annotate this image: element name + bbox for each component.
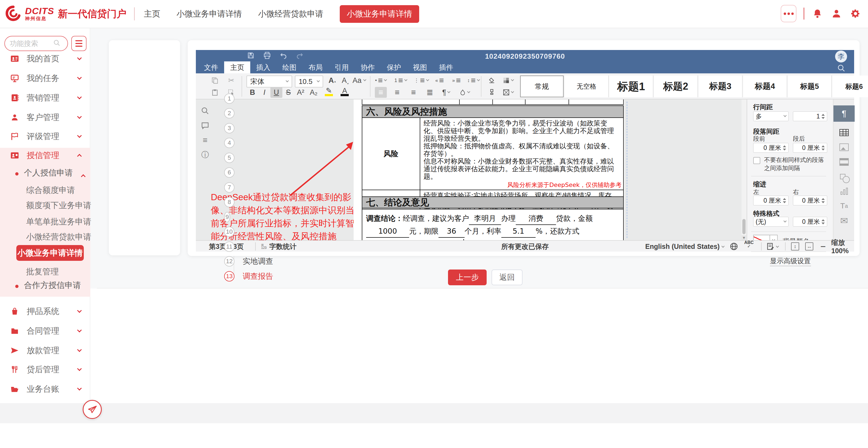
font-color-icon[interactable]: A [337, 86, 352, 97]
print-icon[interactable] [263, 51, 273, 60]
style-normal[interactable]: 常规 [520, 75, 564, 97]
editor-search-icon[interactable] [837, 64, 845, 73]
document-page[interactable]: 六、风险及风控措施 风险 经营风险：小微企业市场竞争力弱，易受行业波动（如政策变… [353, 99, 624, 240]
sidebar-search[interactable] [4, 36, 68, 51]
sidebar-item-business-ledger[interactable]: 业务台账 [0, 380, 90, 398]
zoom-level[interactable]: 缩放100% [831, 241, 854, 252]
style-heading5[interactable]: 标题5 [788, 75, 832, 97]
shrink-font-icon[interactable]: A˯ [339, 75, 351, 86]
fill-purpose[interactable]: 消费 [568, 238, 608, 240]
no-gap-checkbox[interactable] [753, 157, 760, 164]
search-input[interactable] [10, 39, 53, 48]
back-button[interactable]: 返回 [492, 270, 523, 285]
editor-tab-view[interactable]: 视图 [407, 61, 433, 73]
text-art-panel-icon[interactable]: Ta [833, 199, 855, 213]
user-icon[interactable] [831, 8, 842, 20]
fill-rate[interactable]: 5.1 [501, 225, 536, 238]
fill-guarantee[interactable]: 信用 [507, 238, 531, 240]
bell-icon[interactable] [811, 8, 824, 20]
step-survey-report[interactable]: 13调查报告 [224, 270, 284, 282]
line-spacing-stepper[interactable]: 1 [793, 111, 827, 121]
top-tab-micro-detail-active[interactable]: 小微业务申请详情 [340, 5, 419, 23]
font-name-select[interactable]: 宋体 [246, 75, 292, 88]
scroll-down-icon[interactable]: ▼ [742, 235, 746, 240]
top-tab-micro-detail-1[interactable]: 小微业务申请详情 [177, 8, 242, 20]
previous-step-button[interactable]: 上一步 [448, 270, 487, 285]
style-no-spacing[interactable]: 无空格 [565, 75, 609, 97]
sidebar-item-collateral[interactable]: 押品系统 [0, 303, 90, 320]
chart-panel-icon[interactable] [833, 184, 855, 198]
undo-icon[interactable] [280, 51, 289, 60]
find-icon[interactable] [200, 106, 210, 116]
editor-tab-references[interactable]: 引用 [329, 61, 355, 73]
fit-page-icon[interactable]: ↕ [791, 241, 799, 252]
globe-icon[interactable] [730, 241, 738, 252]
sidebar-item-micro-detail-active[interactable]: 小微业务申请详情 [16, 245, 84, 261]
align-left-icon[interactable]: ≡ [375, 87, 387, 98]
advanced-settings-link[interactable]: 显示高级设置 [747, 256, 833, 266]
indent-right-stepper[interactable]: 0 厘米 [793, 196, 827, 205]
gear-icon[interactable] [849, 8, 862, 20]
increase-indent-icon[interactable]: »≡ [451, 75, 462, 86]
fill-color-icon[interactable] [502, 75, 514, 86]
style-heading4[interactable]: 标题4 [743, 75, 787, 97]
editor-tab-collaboration[interactable]: 协作 [355, 61, 381, 73]
cut-icon[interactable]: ✂ [225, 75, 237, 86]
editor-tab-draw[interactable]: 绘图 [276, 61, 303, 73]
font-size-select[interactable]: 10.5 [295, 75, 323, 88]
spacing-before-stepper[interactable]: 0 厘米 [753, 143, 788, 153]
menu-collapse-icon[interactable] [71, 36, 87, 51]
paste-icon[interactable] [209, 87, 221, 98]
shading-icon[interactable] [459, 87, 471, 98]
fill-term[interactable]: 36 [438, 225, 465, 238]
sidebar-item-marketing[interactable]: 营销管理 [0, 89, 90, 106]
conclusion-paragraph[interactable]: 调查结论：经调查，建议为客户李明月办理消费贷款，金额1000元，期限36个月，利… [362, 209, 624, 240]
headings-nav-icon[interactable]: ≡ [200, 135, 210, 145]
comments-icon[interactable] [200, 120, 210, 130]
editor-tab-home[interactable]: 主页 [224, 61, 250, 73]
step-field-survey[interactable]: 12实地调查 [224, 255, 284, 267]
change-case-icon[interactable]: Aa [352, 75, 366, 86]
fill-loan-type[interactable]: 消费 [516, 212, 556, 225]
bold-icon[interactable]: B [246, 87, 258, 98]
editor-tab-file[interactable]: 文件 [198, 61, 224, 73]
text-frame-icon[interactable] [502, 87, 514, 98]
more-ellipsis-badge[interactable] [781, 5, 797, 22]
sidebar-item-partner-credit-apply[interactable]: 合作方授信申请 [24, 280, 81, 291]
fill-amount[interactable]: 1000 [366, 225, 409, 238]
sidebar-item-single-batch[interactable]: 单笔单批业务申请 [26, 216, 91, 228]
sidebar-item-my-home[interactable]: 我的首页 [0, 50, 90, 67]
align-center-icon[interactable]: ≡ [391, 87, 403, 98]
style-heading2[interactable]: 标题2 [654, 75, 698, 97]
highlight-color-icon[interactable]: ✎ [321, 86, 336, 97]
fill-repayment[interactable]: 等额本析 [366, 238, 420, 240]
sidebar-item-disbursement[interactable]: 放款管理 [0, 342, 90, 359]
style-heading3[interactable]: 标题3 [699, 75, 743, 97]
save-icon[interactable] [247, 51, 256, 60]
table-panel-icon[interactable] [833, 126, 855, 140]
redo-icon[interactable] [296, 51, 305, 60]
image-panel-icon[interactable] [833, 140, 855, 154]
special-format-stepper[interactable]: 0 厘米 [793, 217, 827, 227]
format-painter-icon[interactable] [486, 87, 498, 98]
editor-tab-insert[interactable]: 插入 [250, 61, 276, 73]
decrease-indent-icon[interactable]: «≡ [434, 75, 445, 86]
info-icon[interactable]: ⓘ [200, 150, 210, 160]
top-tab-micro-loan-apply[interactable]: 小微经营贷款申请 [258, 8, 323, 20]
spacing-after-stepper[interactable]: 0 厘米 [793, 143, 827, 153]
indent-left-stepper[interactable]: 0 厘米 [753, 196, 788, 205]
sidebar-item-post-loan[interactable]: 贷后管理 [0, 361, 90, 378]
zoom-out-icon[interactable]: − [820, 241, 826, 252]
align-right-icon[interactable]: ≡ [407, 87, 420, 98]
multilevel-list-icon[interactable]: ⋮≡ [414, 75, 429, 86]
bullet-list-icon[interactable]: •≡ [375, 75, 387, 86]
style-heading6[interactable]: 标题6 [832, 75, 868, 97]
document-vertical-scrollbar[interactable]: ▼ [742, 99, 746, 240]
shapes-panel-icon[interactable] [833, 170, 855, 184]
numbered-list-icon[interactable]: 1≡ [395, 75, 407, 86]
style-heading1[interactable]: 标题1 [609, 75, 653, 97]
mail-merge-panel-icon[interactable]: ✉ [833, 213, 855, 228]
sidebar-item-contracts[interactable]: 合同管理 [0, 322, 90, 340]
spellcheck-icon[interactable]: ABC✓ [744, 241, 754, 252]
italic-icon[interactable]: I [258, 87, 270, 98]
